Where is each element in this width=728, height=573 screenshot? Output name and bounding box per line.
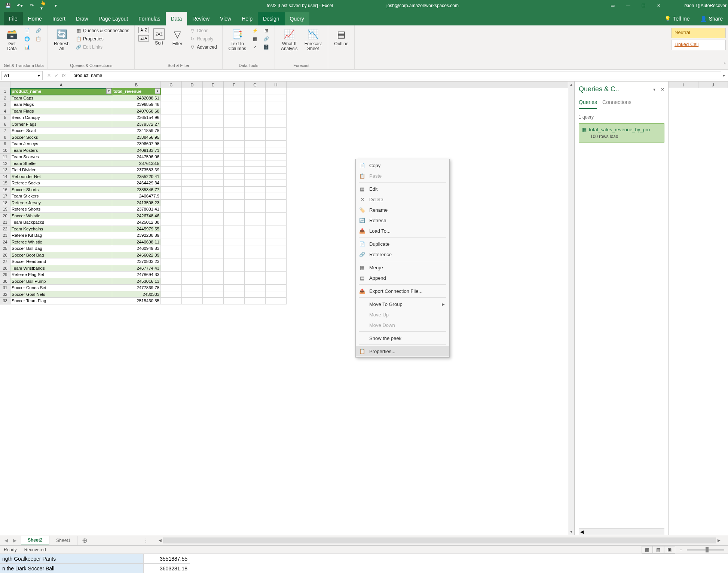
maximize-icon[interactable]: ☐ bbox=[642, 3, 646, 8]
table-cell-product[interactable]: Team Flags bbox=[10, 108, 112, 115]
cell[interactable] bbox=[182, 147, 203, 154]
style-linked-cell[interactable]: Linked Cell bbox=[671, 40, 726, 50]
cell[interactable] bbox=[182, 245, 203, 252]
row-header[interactable]: 20 bbox=[0, 213, 10, 220]
cell[interactable] bbox=[266, 272, 287, 278]
menu-load-to[interactable]: 📥Load To... bbox=[356, 226, 449, 236]
cell[interactable] bbox=[245, 258, 266, 265]
cell[interactable] bbox=[203, 101, 224, 108]
tab-view[interactable]: View bbox=[215, 12, 236, 25]
cell[interactable] bbox=[224, 200, 245, 206]
row-header[interactable]: 14 bbox=[0, 174, 10, 180]
row-header[interactable]: 18 bbox=[0, 200, 10, 206]
table-cell-product[interactable]: Team Backpacks bbox=[10, 219, 112, 226]
table-cell-revenue[interactable]: 2341859.78 bbox=[112, 128, 161, 134]
cell[interactable] bbox=[224, 101, 245, 108]
row-header[interactable]: 28 bbox=[0, 265, 10, 272]
table-cell-revenue[interactable]: 2373583.69 bbox=[112, 167, 161, 174]
row-header[interactable]: 6 bbox=[0, 121, 10, 128]
cell[interactable] bbox=[203, 272, 224, 278]
sheet-tab-sheet1[interactable]: Sheet1 bbox=[49, 536, 77, 545]
cell[interactable] bbox=[182, 258, 203, 265]
cell[interactable] bbox=[224, 232, 245, 239]
table-cell-product[interactable]: Soccer Cones Set bbox=[10, 285, 112, 291]
cell[interactable] bbox=[266, 213, 287, 220]
row-header[interactable]: 19 bbox=[0, 206, 10, 213]
ribbon-mode-icon[interactable]: ▭ bbox=[611, 3, 615, 8]
clear-button[interactable]: ▽Clear bbox=[188, 27, 218, 34]
cell[interactable] bbox=[161, 278, 182, 285]
cell[interactable] bbox=[161, 298, 182, 304]
cell[interactable] bbox=[266, 187, 287, 193]
minimize-icon[interactable]: — bbox=[626, 3, 630, 8]
table-cell-product[interactable]: Field Divider bbox=[10, 167, 112, 174]
table-cell-product[interactable]: Bench Canopy bbox=[10, 114, 112, 121]
cell[interactable] bbox=[224, 114, 245, 121]
tab-page-layout[interactable]: Page Layout bbox=[94, 12, 134, 25]
table-cell-product[interactable]: Team Keychains bbox=[10, 226, 112, 233]
table-cell-revenue[interactable]: 2464429.34 bbox=[112, 180, 161, 187]
cell[interactable] bbox=[266, 88, 287, 95]
cell[interactable] bbox=[182, 298, 203, 304]
cell[interactable] bbox=[266, 252, 287, 259]
cell[interactable] bbox=[224, 298, 245, 304]
row-header[interactable]: 3 bbox=[0, 101, 10, 108]
row-header[interactable]: 29 bbox=[0, 272, 10, 278]
cell[interactable] bbox=[182, 265, 203, 272]
cell[interactable] bbox=[245, 108, 266, 115]
advanced-button[interactable]: ▽Advanced bbox=[188, 43, 218, 51]
table-cell-revenue[interactable]: 2370803.23 bbox=[112, 258, 161, 265]
cell[interactable] bbox=[245, 180, 266, 187]
cell[interactable] bbox=[266, 114, 287, 121]
cell[interactable] bbox=[266, 245, 287, 252]
share-button[interactable]: 👤Share bbox=[695, 12, 728, 25]
menu-delete[interactable]: ✕Delete bbox=[356, 194, 449, 205]
table-cell-revenue[interactable]: 2392238.89 bbox=[112, 232, 161, 239]
table-cell-revenue[interactable]: 2338456.95 bbox=[112, 134, 161, 141]
cell[interactable] bbox=[224, 160, 245, 167]
cell[interactable] bbox=[203, 252, 224, 259]
cell[interactable] bbox=[161, 193, 182, 200]
cell[interactable] bbox=[245, 252, 266, 259]
col-header-j[interactable]: J bbox=[698, 82, 728, 88]
cell[interactable] bbox=[182, 108, 203, 115]
cell[interactable] bbox=[224, 272, 245, 278]
cell[interactable] bbox=[224, 154, 245, 160]
close-icon[interactable]: ✕ bbox=[657, 3, 661, 8]
cell[interactable] bbox=[203, 160, 224, 167]
cell[interactable] bbox=[245, 141, 266, 147]
table-cell-revenue[interactable]: 2385346.77 bbox=[112, 187, 161, 193]
cell[interactable] bbox=[245, 101, 266, 108]
menu-move-up[interactable]: Move Up bbox=[356, 309, 449, 320]
cell[interactable] bbox=[203, 232, 224, 239]
cell[interactable] bbox=[182, 278, 203, 285]
table-cell-revenue[interactable]: 2396607.98 bbox=[112, 141, 161, 147]
table-cell-product[interactable]: Referee Jersey bbox=[10, 200, 112, 206]
col-header-e[interactable]: E bbox=[203, 82, 224, 88]
cell[interactable] bbox=[266, 200, 287, 206]
cell[interactable] bbox=[266, 160, 287, 167]
queries-pane-options-icon[interactable]: ▾ bbox=[653, 87, 655, 92]
cell[interactable] bbox=[245, 272, 266, 278]
undo-icon[interactable]: ↶▾ bbox=[16, 2, 23, 9]
prev-sheet-icon[interactable]: ◀ bbox=[4, 538, 8, 543]
menu-paste[interactable]: 📋Paste bbox=[356, 171, 449, 181]
row-header[interactable]: 17 bbox=[0, 193, 10, 200]
filter-dropdown-icon[interactable]: ▾ bbox=[106, 88, 111, 94]
vertical-scrollbar[interactable]: ▲ ▼ bbox=[568, 82, 575, 535]
table-cell-revenue[interactable]: 2440608.11 bbox=[112, 239, 161, 246]
scroll-up-icon[interactable]: ▲ bbox=[568, 82, 574, 88]
tab-home[interactable]: Home bbox=[23, 12, 47, 25]
cell[interactable] bbox=[161, 206, 182, 213]
row-header[interactable]: 21 bbox=[0, 219, 10, 226]
redo-icon[interactable]: ↷ bbox=[28, 2, 35, 9]
cell[interactable] bbox=[224, 187, 245, 193]
cell[interactable] bbox=[182, 219, 203, 226]
table-cell-product[interactable]: Soccer Goal Nets bbox=[10, 291, 112, 298]
row-header[interactable]: 4 bbox=[0, 108, 10, 115]
cell[interactable] bbox=[182, 193, 203, 200]
cell[interactable] bbox=[266, 206, 287, 213]
table-cell-revenue[interactable]: 2425012.88 bbox=[112, 219, 161, 226]
col-header-i[interactable]: I bbox=[669, 82, 698, 88]
row-header[interactable]: 32 bbox=[0, 291, 10, 298]
